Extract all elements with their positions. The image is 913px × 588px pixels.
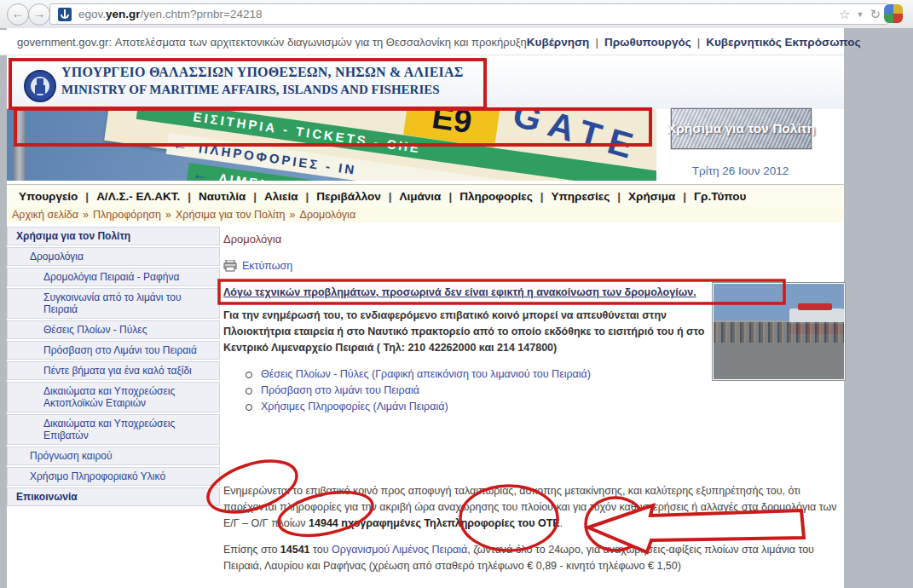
screenshot-root: ← → egov.yen.gr/yen.chtm?prnbr=24218 ☆ ▼… xyxy=(0,0,913,588)
nav-services[interactable]: Υπηρεσίες xyxy=(544,190,618,203)
nav-useful[interactable]: Χρήσιμα xyxy=(621,190,683,203)
back-button[interactable]: ← xyxy=(7,3,29,26)
separator: | xyxy=(697,36,701,49)
browser-toolbar: ← → egov.yen.gr/yen.chtm?prnbr=24218 ☆ ▼… xyxy=(0,0,913,29)
breadcrumb-routes[interactable]: Δρομολόγια xyxy=(300,209,356,221)
government-headline[interactable]: government.gov.gr: Αποτελέσματα των αρχι… xyxy=(17,36,527,49)
sidebar-item-weather-forecast[interactable]: Πρόγνωση καιρού xyxy=(7,447,220,465)
sidebar-item-transport-from-piraeus[interactable]: Συγκοινωνία από το λιμάνι του Πειραιά xyxy=(7,288,220,319)
url-domain: yen.gr xyxy=(106,8,141,20)
breadcrumb-citizen[interactable]: Χρήσιμα για τον Πολίτη xyxy=(176,209,286,221)
dropdown-arrow-icon[interactable]: ▼ xyxy=(857,10,864,19)
crowd-in-photo xyxy=(714,322,844,343)
link-spokesman[interactable]: Κυβερνητικός Εκπρόσωπος xyxy=(706,36,860,49)
address-bar[interactable]: egov.yen.gr/yen.chtm?prnbr=24218 ☆ ▼ ↻ xyxy=(49,3,888,25)
page-left-margin xyxy=(0,28,7,588)
nav-press-office[interactable]: Γρ.Τύπου xyxy=(686,190,754,203)
government-links: Κυβέρνηση|Πρωθυπουργός|Κυβερνητικός Εκπρ… xyxy=(527,36,861,49)
sidebar-item-citizen[interactable]: Χρήσιμα για τον Πολίτη xyxy=(7,227,220,245)
nav-shipping[interactable]: Ναυτιλία xyxy=(191,190,253,203)
government-bar: government.gov.gr: Αποτελέσματα των αρχι… xyxy=(0,30,844,55)
sidebar-menu: Χρήσιμα για τον Πολίτη Δρομολόγια Δρομολ… xyxy=(7,227,220,508)
citizen-info-button[interactable]: Χρήσιμα για τον Πολίτη xyxy=(671,108,812,149)
nav-ports[interactable]: Λιμάνια xyxy=(392,190,449,203)
sidebar-item-useful-material[interactable]: Χρήσιμο Πληροφοριακό Υλικό xyxy=(7,467,220,486)
breadcrumb: Αρχική σελίδα» Πληροφόρηση» Χρήσιμα για … xyxy=(7,207,844,222)
sidebar-item-routes[interactable]: Δρομολόγια xyxy=(7,247,220,266)
phone-14541: 14541 xyxy=(280,544,310,556)
ministry-title-greek: ΥΠΟΥΡΓΕΙΟ ΘΑΛΑΣΣΙΩΝ ΥΠΟΘΕΣΕΩΝ, ΝΗΣΩΝ & Α… xyxy=(61,65,463,80)
nav-environment[interactable]: Περιβάλλον xyxy=(309,190,388,203)
link-useful-info-piraeus[interactable]: Χρήσιμες Πληροφορίες (Λιμάνι Πειραιά) xyxy=(244,399,842,415)
sidebar-item-routes-piraeus-rafina[interactable]: Δρομολόγια Πειραιά - Ραφήνα xyxy=(7,268,220,286)
forward-button[interactable]: → xyxy=(28,3,50,26)
info-paragraph: Για την ενημέρωσή του, το ενδιαφερόμενο … xyxy=(223,308,714,356)
print-label: Εκτύπωση xyxy=(242,260,292,272)
left-arrow-icon: ← xyxy=(192,165,212,181)
separator: » xyxy=(165,209,171,221)
port-crowd-photo xyxy=(712,282,846,381)
ministry-emblem-icon xyxy=(24,70,56,102)
bookmark-star-icon[interactable]: ☆ xyxy=(839,7,850,22)
reload-icon[interactable]: ↻ xyxy=(870,7,881,22)
page-title: Δρομολόγια xyxy=(223,233,842,245)
site-header: ΥΠΟΥΡΓΕΙΟ ΘΑΛΑΣΣΙΩΝ ΥΠΟΘΕΣΕΩΝ, ΝΗΣΩΝ & Α… xyxy=(7,56,844,109)
paragraph-14944: Ενημερώνεται το επιβατικό κοινό προς απο… xyxy=(223,483,842,532)
ministry-title-english: MINISTRY OF MARITIME AFFAIRS, ISLANDS AN… xyxy=(61,83,463,97)
banner-photo: Ε9 GATE ΕΙΣΙΤΗΡΙΑ - TICKETS - CHE ←ΠΛΗΡΟ… xyxy=(7,109,656,181)
sidebar-item-contact[interactable]: Επικοινωνία xyxy=(7,487,220,506)
nav-information[interactable]: Πληροφορίες xyxy=(452,190,540,203)
phone-14944: 14944 ηχογραφημένες Τηλεπληροφορίες του … xyxy=(309,517,560,529)
sidebar-item-rights-passengers[interactable]: Δικαιώματα και Υποχρεώσεις Επιβατών xyxy=(7,414,220,445)
current-date: Τρίτη 26 Ιουν 2012 xyxy=(671,164,810,177)
url-path: /yen.chtm?prnbr=24218 xyxy=(141,8,263,20)
sidebar-item-five-steps[interactable]: Πέντε βήματα για ένα καλό ταξίδι xyxy=(7,361,220,380)
main-content: Δρομολόγια Εκτύπωση Λόγω τεχνικών προβλη… xyxy=(223,227,842,588)
link-government[interactable]: Κυβέρνηση xyxy=(527,36,590,49)
sign-pole xyxy=(14,109,25,181)
browser-extension-icon[interactable] xyxy=(884,4,903,23)
nav-coastguard[interactable]: Α/Λ.Σ.- ΕΛ.ΑΚΤ. xyxy=(89,190,188,203)
paragraph-14541: Επίσης στο 14541 του Οργανισμού Λιμένος … xyxy=(223,542,842,574)
nav-fishery[interactable]: Αλιεία xyxy=(257,190,305,203)
breadcrumb-information[interactable]: Πληροφόρηση xyxy=(93,209,161,221)
separator: » xyxy=(83,209,89,221)
sidebar-item-ship-berths-gates[interactable]: Θέσεις Πλοίων - Πύλες xyxy=(7,320,220,339)
separator: | xyxy=(595,36,598,49)
url-subdomain: egov. xyxy=(78,8,106,20)
link-access-piraeus[interactable]: Πρόσβαση στο λιμάνι του Πειραιά xyxy=(244,383,842,399)
printer-icon xyxy=(223,260,237,272)
site-favicon-anchor-icon xyxy=(58,8,72,21)
separator: » xyxy=(290,209,296,221)
link-piraeus-port-authority[interactable]: Οργανισμού Λιμένος Πειραιά xyxy=(332,544,467,556)
link-primeminister[interactable]: Πρωθυπουργός xyxy=(604,36,691,49)
main-navigation: Υπουργείο| Α/Λ.Σ.- ΕΛ.ΑΚΤ.| Ναυτιλία| Αλ… xyxy=(7,184,844,208)
nav-ministry[interactable]: Υπουργείο xyxy=(7,190,85,203)
left-arrow-icon: ← xyxy=(171,135,192,155)
sidebar-item-access-piraeus-port[interactable]: Πρόσβαση στο Λιμάνι του Πειραιά xyxy=(7,341,220,360)
sidebar-item-rights-companies[interactable]: Δικαιώματα και Υποχρεώσεις Ακτοπλοϊκών Ε… xyxy=(7,382,220,412)
url-text[interactable]: egov.yen.gr/yen.chtm?prnbr=24218 xyxy=(78,8,263,20)
breadcrumb-home[interactable]: Αρχική σελίδα xyxy=(12,209,78,221)
print-link[interactable]: Εκτύπωση xyxy=(223,260,842,272)
